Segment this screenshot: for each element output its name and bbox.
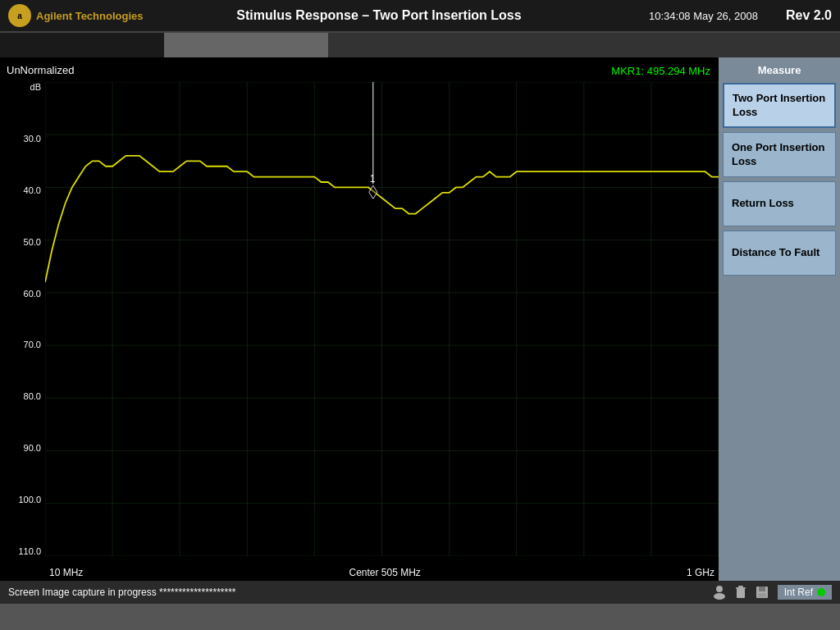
svg-text:a: a (17, 11, 22, 21)
header-datetime: 10:34:08 May 26, 2008 (602, 10, 766, 22)
tab-inactive[interactable] (164, 33, 328, 57)
header: a Agilent Technologies Stimulus Response… (0, 0, 840, 33)
x-label-right: 1 GHz (687, 567, 714, 578)
status-icons (712, 585, 769, 600)
status-bar: Screen Image capture in progress *******… (0, 581, 840, 604)
x-label-left: 10 MHz (49, 567, 83, 578)
y-label-db: dB (30, 82, 41, 92)
distance-to-fault-button[interactable]: Distance To Fault (723, 231, 836, 276)
return-loss-button[interactable]: Return Loss (723, 181, 836, 226)
x-label-center: Center 505 MHz (349, 567, 420, 578)
int-ref-label: Int Ref (784, 587, 813, 598)
tab-bar (0, 33, 840, 57)
svg-rect-9 (758, 593, 766, 597)
int-ref-indicator: Int Ref (778, 585, 832, 600)
header-rev: Rev 2.0 (766, 8, 832, 23)
logo-area: a Agilent Technologies (8, 4, 156, 27)
y-label-40: 40.0 (24, 185, 41, 195)
person-icon (712, 585, 727, 600)
two-port-insertion-loss-button[interactable]: Two Port Insertion Loss (723, 83, 836, 128)
svg-point-3 (714, 593, 725, 600)
status-right: Int Ref (712, 585, 832, 600)
agilent-logo-icon: a (8, 4, 31, 27)
x-axis-labels: 10 MHz Center 505 MHz 1 GHz (45, 567, 719, 578)
y-label-70: 70.0 (24, 340, 41, 349)
svg-rect-5 (736, 587, 746, 589)
chart-unnormalized-label: UnNormalized (7, 64, 74, 76)
chart-area: UnNormalized MKR1: 495.294 MHz 40.9 dB d… (0, 57, 719, 581)
y-label-90: 90.0 (24, 443, 41, 453)
y-label-110: 110.0 (18, 546, 41, 556)
y-axis-labels: dB 30.0 40.0 50.0 60.0 70.0 80.0 90.0 10… (0, 82, 45, 556)
y-label-100: 100.0 (18, 495, 41, 504)
svg-rect-4 (737, 589, 745, 598)
header-title: Stimulus Response – Two Port Insertion L… (156, 8, 602, 23)
main-content: UnNormalized MKR1: 495.294 MHz 40.9 dB d… (0, 57, 840, 581)
one-port-insertion-loss-button[interactable]: One Port Insertion Loss (723, 132, 836, 177)
logo-text: Agilent Technologies (36, 10, 144, 22)
y-label-60: 60.0 (24, 289, 41, 299)
tab-active[interactable] (0, 33, 164, 57)
marker-line1: MKR1: 495.294 MHz (611, 64, 710, 79)
int-ref-dot (817, 588, 825, 596)
save-icon (755, 585, 769, 600)
right-panel: Measure Two Port Insertion Loss One Port… (719, 57, 840, 581)
y-label-50: 50.0 (24, 237, 41, 247)
svg-rect-8 (759, 587, 765, 591)
measure-label: Measure (723, 62, 836, 79)
status-text: Screen Image capture in progress *******… (8, 587, 236, 598)
trash-icon (733, 585, 748, 600)
chart-canvas-wrapper (45, 82, 719, 556)
y-label-30: 30.0 (24, 134, 41, 144)
y-label-80: 80.0 (24, 391, 41, 401)
svg-rect-6 (738, 586, 743, 587)
chart-canvas (45, 82, 719, 556)
svg-point-2 (716, 586, 723, 592)
